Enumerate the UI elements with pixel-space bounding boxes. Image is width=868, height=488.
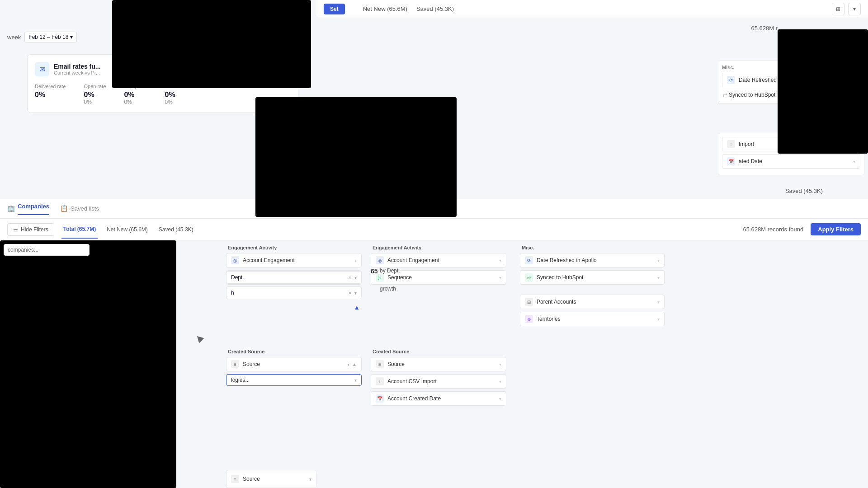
created-source-title1: Created Source [226,344,362,357]
hide-filters-button[interactable]: ⚌ Hide Filters [7,223,54,236]
import-label: Import [739,141,754,147]
ae-chevron1: ▾ [354,258,357,263]
email-card-icon: ✉ [35,62,49,76]
filter-saved-tab[interactable]: Saved (45.3K) [157,226,195,233]
created-date-item2[interactable]: 📅 Account Created Date ▾ [371,391,506,406]
source-icon1: ≡ [231,360,239,368]
hubspot-sync-icon: ⇄ [525,273,533,282]
email-card-info: Email rates fu... Current week vs Pr... [54,63,100,75]
source2-chevron: ▾ [499,362,501,367]
open-rate-value: 0% [84,91,106,99]
dept-filter-item[interactable]: Dept. ✕ ▾ [226,271,362,284]
synced-hubspot-item[interactable]: ⇄ Synced to HubSpot ▾ [520,270,665,285]
account-engagement-label2: Account Engagement [387,257,439,263]
filters-bar: ⚌ Hide Filters Total (65.7M) Net New (65… [0,219,868,240]
source-chevron-down-icon[interactable]: ▾ [347,362,349,367]
territories-icon: ⊕ [525,315,533,323]
stat-saved[interactable]: Saved (45.3K) [416,3,454,15]
apply-filters-button[interactable]: Apply Filters [811,223,861,235]
source-item2[interactable]: ≡ Source ▾ [371,357,506,371]
account-engagement-icon2: ◎ [376,256,384,264]
filter-total-tab[interactable]: Total (65.7M) [61,221,98,239]
dept-chevron-icon[interactable]: ▾ [354,275,357,280]
week-range-selector[interactable]: Feb 12 – Feb 18 ▾ [24,32,77,42]
date-refresh-chevron: ▾ [657,258,660,263]
growth-minus-icon[interactable]: ✕ [348,291,352,296]
open-rate: Open rate 0% 0% [84,84,106,105]
tab-companies[interactable]: 🏢 Companies [7,203,49,214]
source-bottom-item[interactable]: ≡ Source ▾ [226,470,316,488]
sequence-label2: Sequence [387,274,412,281]
stat-net-new[interactable]: Net New (65.6M) [363,3,407,15]
date-icon: 📅 [727,157,735,165]
growth-row-label: growth [380,286,396,292]
account-engagement-item1[interactable]: ◎ Account Engagement ▾ [226,253,362,267]
growth-controls: ✕ ▾ [348,291,357,296]
created-source-misc-title [520,287,665,295]
dept-controls: ✕ ▾ [348,275,357,280]
expand-icon[interactable]: ▾ [848,3,861,15]
set-button[interactable]: Set [324,4,345,14]
week-range-label: Feb 12 – Feb 18 [28,34,68,40]
black-redact-1 [112,0,311,88]
parent-accounts-icon: ⊞ [525,298,533,306]
collapse-icon[interactable]: ▲ [354,304,360,311]
growth-chevron-icon[interactable]: ▾ [354,291,357,296]
engagement-title1: Engagement Activity [226,240,362,253]
source-bottom-chevron: ▾ [309,477,311,482]
territories-item[interactable]: ⊕ Territories ▾ [520,312,665,326]
engagement-title2: Engagement Activity [371,240,506,253]
dept-minus-icon[interactable]: ✕ [348,275,352,280]
week-range-chevron-icon: ▾ [70,34,73,40]
source2-icon: ≡ [376,360,384,368]
records-found-bar: 65.628M records found [743,226,804,233]
created-date-label2: Account Created Date [387,395,441,402]
source-item1[interactable]: ≡ Source ▾ ▲ [226,357,362,371]
growth-filter-item[interactable]: h ✕ ▾ [226,286,362,299]
created-date-label: ated Date [739,158,762,164]
account-engagement-label1: Account Engagement [243,257,295,263]
date-refreshed-item[interactable]: ⟳ Date Refreshed in Apollo ▾ [520,253,665,267]
territories-label: Territories [537,316,561,322]
grid-view-icon[interactable]: ⊞ [832,3,844,15]
created-source-title2: Created Source [371,344,506,357]
csv-import-item[interactable]: ↑ Account CSV Import ▾ [371,374,506,389]
companies-icon: 🏢 [7,205,15,212]
filter-toggle-icon: ⚌ [13,226,18,233]
chevron-date: ▾ [853,159,855,164]
seq-chevron2: ▾ [499,275,501,280]
territories-chevron: ▾ [657,317,660,322]
tab-saved-lists[interactable]: 📋 Saved lists [60,205,99,212]
source-controls: ▾ ▲ [347,362,357,367]
reply-rate-value2: 0% [124,99,146,105]
created-date-item[interactable]: 📅 ated Date ▾ [722,154,860,169]
hide-filters-label: Hide Filters [21,226,48,233]
sync-arrow-icon: ⇄ [723,92,727,98]
source-bottom-icon: ≡ [231,475,239,483]
source-bottom-label: Source [243,476,260,482]
open-rate-value2: 0% [84,99,106,105]
companies-search-input[interactable] [4,244,90,256]
ae-chevron2: ▾ [499,258,501,263]
growth-label: h [231,290,234,296]
delivered-rate: Delivered rate 0% [35,84,66,105]
delivered-rate-value: 0% [35,91,66,99]
account-engagement-item2[interactable]: ◎ Account Engagement ▾ [371,253,506,267]
csv-icon: ↑ [376,377,384,385]
source2-label: Source [387,361,405,367]
black-redact-left-bottom [0,261,176,488]
refresh-icon: ⟳ [727,76,735,84]
delivered-rate-label: Delivered rate [35,84,66,89]
saved-count-mid: Saved (45.3K) [785,188,823,194]
week-selector: week Feb 12 – Feb 18 ▾ [0,32,84,42]
technologies-label: logies... [231,377,250,383]
import-icon: ↑ [727,140,735,148]
misc-col-right: Misc. ⟳ Date Refreshed in Apollo ▾ ⇄ Syn… [520,240,665,329]
by-dept-label: by Dept. [380,267,400,274]
parent-accounts-item[interactable]: ⊞ Parent Accounts ▾ [520,295,665,309]
hubspot-chevron: ▾ [657,275,660,280]
technologies-item[interactable]: logies... ▾ [226,374,362,386]
misc-title-right: Misc. [520,240,665,253]
filter-netnew-tab[interactable]: Net New (65.6M) [105,226,150,233]
source-chevron-up-icon[interactable]: ▲ [352,362,357,367]
